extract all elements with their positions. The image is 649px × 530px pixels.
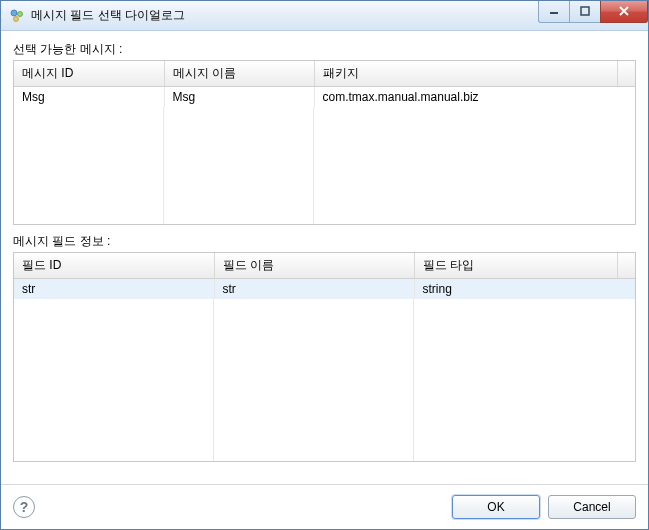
close-button[interactable] [600, 1, 648, 23]
cell-message-id: Msg [14, 87, 164, 107]
app-icon [9, 8, 25, 24]
cancel-button[interactable]: Cancel [548, 495, 636, 519]
fields-table-header: 필드 ID 필드 이름 필드 타입 [14, 253, 635, 279]
messages-table-header: 메시지 ID 메시지 이름 패키지 [14, 61, 635, 87]
svg-point-1 [18, 11, 23, 16]
messages-empty-area [14, 107, 635, 226]
dialog-window: 메시지 필드 선택 다이얼로그 선택 가능한 메시지 : [0, 0, 649, 530]
titlebar[interactable]: 메시지 필드 선택 다이얼로그 [1, 1, 648, 31]
ok-button[interactable]: OK [452, 495, 540, 519]
help-icon[interactable]: ? [13, 496, 35, 518]
fields-table[interactable]: 필드 ID 필드 이름 필드 타입 str str string [13, 252, 636, 462]
available-messages-label: 선택 가능한 메시지 : [13, 41, 636, 58]
col-message-id[interactable]: 메시지 ID [14, 61, 164, 87]
col-field-id[interactable]: 필드 ID [14, 253, 214, 279]
button-bar: OK Cancel [452, 495, 636, 519]
col-message-name[interactable]: 메시지 이름 [164, 61, 314, 87]
cell-field-name: str [214, 279, 414, 299]
cell-field-id: str [14, 279, 214, 299]
minimize-button[interactable] [538, 1, 570, 23]
svg-rect-4 [581, 7, 589, 15]
fields-empty-area [14, 299, 635, 463]
svg-rect-3 [550, 12, 558, 14]
table-row[interactable]: str str string [14, 279, 635, 299]
cell-field-type: string [414, 279, 635, 299]
window-controls [539, 1, 648, 23]
field-info-label: 메시지 필드 정보 : [13, 233, 636, 250]
dialog-footer: ? OK Cancel [1, 484, 648, 529]
svg-point-2 [14, 16, 19, 21]
cell-message-name: Msg [164, 87, 314, 107]
svg-point-0 [11, 10, 17, 16]
window-title: 메시지 필드 선택 다이얼로그 [31, 7, 539, 24]
cell-package: com.tmax.manual.manual.biz [314, 87, 635, 107]
col-field-name[interactable]: 필드 이름 [214, 253, 414, 279]
messages-table[interactable]: 메시지 ID 메시지 이름 패키지 Msg Msg com.tmax.manua… [13, 60, 636, 225]
available-messages-section: 선택 가능한 메시지 : 메시지 ID 메시지 이름 패키지 [13, 41, 636, 225]
col-package[interactable]: 패키지 [314, 61, 617, 87]
col-spacer [617, 253, 635, 279]
field-info-section: 메시지 필드 정보 : 필드 ID 필드 이름 필드 타입 [13, 233, 636, 462]
col-field-type[interactable]: 필드 타입 [414, 253, 617, 279]
maximize-button[interactable] [569, 1, 601, 23]
table-row[interactable]: Msg Msg com.tmax.manual.manual.biz [14, 87, 635, 107]
col-spacer [617, 61, 635, 87]
dialog-content: 선택 가능한 메시지 : 메시지 ID 메시지 이름 패키지 [1, 31, 648, 484]
